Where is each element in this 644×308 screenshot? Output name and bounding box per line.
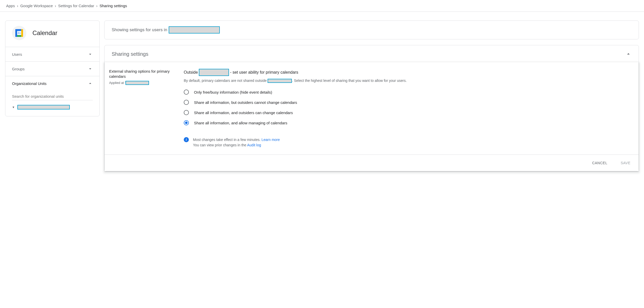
radio-label: Share all information, and outsiders can… [194, 111, 293, 115]
chevron-right-icon: › [17, 4, 18, 8]
learn-more-link[interactable]: Learn more [261, 138, 280, 142]
sidebar-label: Users [12, 52, 22, 57]
scope-text: Showing settings for users in [112, 27, 167, 32]
org-tree-item[interactable]: ▼ [12, 105, 93, 109]
breadcrumb-workspace[interactable]: Google Workspace [20, 4, 53, 8]
radio-icon [184, 120, 189, 125]
scope-panel: Showing settings for users in [104, 20, 639, 39]
audit-log-link[interactable]: Audit log [247, 143, 261, 147]
sidebar-section-users[interactable]: Users [5, 47, 99, 61]
calendar-icon: 31 [12, 26, 26, 40]
panel-title: Sharing settings [112, 51, 148, 57]
radio-option-freebusy[interactable]: Only free/busy information (hide event d… [184, 90, 631, 95]
org-search-input[interactable] [12, 93, 93, 100]
settings-description: By default, primary calendars are not sh… [184, 78, 631, 83]
radio-group: Only free/busy information (hide event d… [184, 90, 631, 125]
cancel-button[interactable]: CANCEL [591, 159, 608, 167]
breadcrumb: Apps › Google Workspace › Settings for C… [0, 0, 644, 12]
info-block: i Most changes take effect in a few minu… [184, 137, 631, 148]
settings-section-title: External sharing options for primary cal… [109, 69, 178, 79]
chevron-down-icon [88, 66, 93, 71]
sidebar-section-groups[interactable]: Groups [5, 61, 99, 76]
panel-header[interactable]: Sharing settings [105, 45, 639, 63]
app-header: 31 Calendar [5, 21, 99, 47]
redacted-domain [199, 69, 229, 76]
radio-option-share-manage[interactable]: Share all information, and allow managin… [184, 120, 631, 125]
info-line-2: You can view prior changes in the [193, 143, 246, 147]
svg-rect-4 [15, 29, 17, 37]
svg-text:31: 31 [17, 31, 21, 35]
radio-label: Share all information, but outsiders can… [194, 100, 297, 105]
chevron-right-icon: › [96, 4, 97, 8]
chevron-down-icon [88, 52, 93, 57]
radio-icon [184, 90, 189, 95]
redacted-domain [268, 79, 292, 83]
radio-icon [184, 100, 189, 105]
chevron-up-icon [625, 51, 631, 57]
radio-option-share-change[interactable]: Share all information, and outsiders can… [184, 110, 631, 115]
app-title: Calendar [32, 29, 57, 37]
breadcrumb-settings-calendar[interactable]: Settings for Calendar [58, 4, 94, 8]
info-icon: i [184, 137, 189, 142]
redacted-scope [169, 26, 220, 34]
info-line-1: Most changes take effect in a few minute… [193, 138, 260, 142]
breadcrumb-apps[interactable]: Apps [6, 4, 15, 8]
sharing-settings-panel: Sharing settings External sharing option… [104, 45, 639, 171]
settings-card: External sharing options for primary cal… [105, 62, 639, 171]
chevron-right-icon: › [55, 4, 56, 8]
sidebar-label: Groups [12, 67, 25, 71]
settings-heading: Outside - set user ability for primary c… [184, 69, 631, 76]
applied-at: Applied at ' [109, 81, 178, 85]
save-button[interactable]: SAVE [620, 159, 631, 167]
sidebar-section-org-units[interactable]: Organizational Units [5, 76, 99, 91]
radio-label: Share all information, and allow managin… [194, 121, 287, 125]
chevron-up-icon [88, 81, 93, 86]
svg-rect-3 [21, 29, 23, 37]
sidebar-label: Organizational Units [12, 81, 47, 86]
radio-option-share-readonly[interactable]: Share all information, but outsiders can… [184, 100, 631, 105]
action-bar: CANCEL SAVE [105, 155, 639, 171]
radio-label: Only free/busy information (hide event d… [194, 90, 272, 94]
breadcrumb-current: Sharing settings [99, 4, 127, 8]
arrow-down-icon: ▼ [12, 106, 15, 109]
sidebar: 31 Calendar Users Groups Organizational … [5, 20, 100, 171]
radio-icon [184, 110, 189, 115]
redacted-org-name [17, 105, 70, 109]
redacted-applied [125, 81, 149, 85]
